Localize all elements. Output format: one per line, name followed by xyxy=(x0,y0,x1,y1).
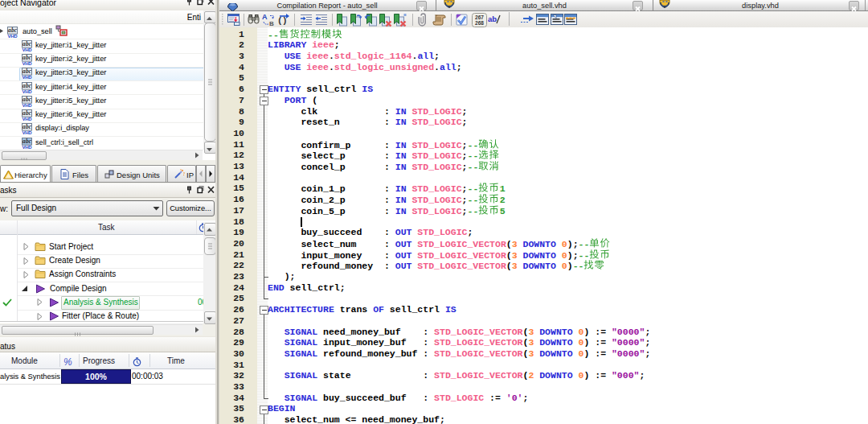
svg-text:VHD: VHD xyxy=(23,145,33,149)
svg-text:B: B xyxy=(269,20,274,27)
svg-text:VHD: VHD xyxy=(23,130,33,134)
svg-text:VHD: VHD xyxy=(23,61,33,65)
svg-text:VHD: VHD xyxy=(8,34,18,38)
svg-text:267: 267 xyxy=(475,14,484,20)
svg-text:ab: ab xyxy=(488,14,497,23)
svg-text:VHD: VHD xyxy=(23,117,33,121)
svg-text:VHD: VHD xyxy=(23,47,33,51)
svg-text:VHD: VHD xyxy=(23,103,33,107)
svg-text:268: 268 xyxy=(475,20,484,26)
svg-text:VHD: VHD xyxy=(23,75,33,79)
svg-text:A: A xyxy=(262,13,268,21)
svg-text:VHD: VHD xyxy=(23,89,33,93)
